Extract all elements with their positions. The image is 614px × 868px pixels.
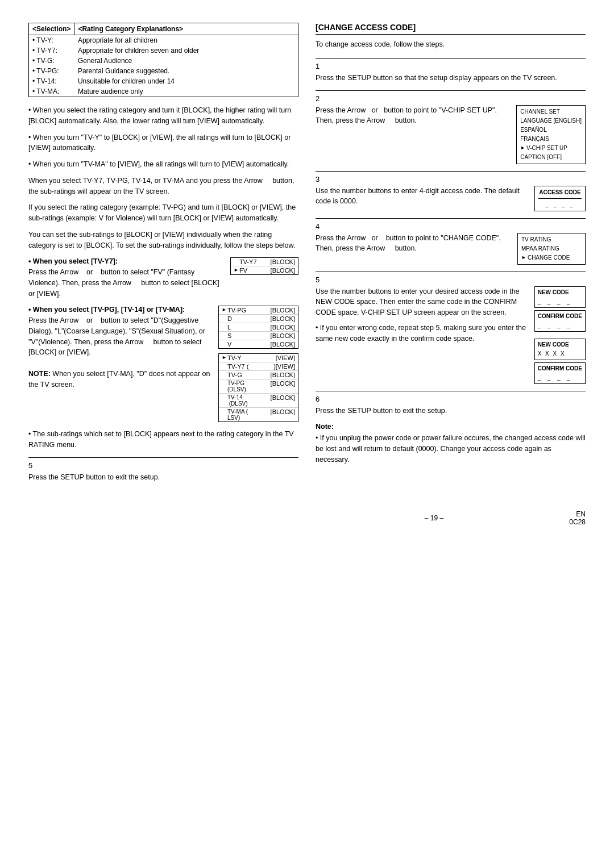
page-footer: – 19 – EN0C28	[28, 510, 586, 526]
table-row: • TV-Y7: Appropriate for children seven …	[29, 45, 298, 56]
table-row: • TV-14: Unsuitable for children under 1…	[29, 76, 298, 86]
left-column: <Selection> <Rating Category Explanation…	[28, 23, 298, 487]
step3-text: Use the number buttons to enter 4-digit …	[316, 186, 528, 207]
step5-left: 5 Press the SETUP button to exit the set…	[28, 457, 298, 483]
when-tvy7-label: • When you select [TV-Y7]:	[28, 257, 118, 265]
step3-block: 3 Use the number buttons to enter 4-digi…	[316, 171, 586, 211]
page-layout: <Selection> <Rating Category Explanation…	[28, 23, 586, 487]
step2-block: 2 Press the Arrow or button to point to …	[316, 90, 586, 164]
step4-block: 4 Press the Arrow or button to point to …	[316, 218, 586, 265]
step5-bullet: • If you enter wrong code, repeat step 5…	[316, 323, 529, 344]
step5-normal-new-code-box: NEW CODE _ _ _ _	[534, 286, 586, 308]
table-cell-selection: • TV-G:	[29, 56, 74, 66]
step5-left-text: Press the SETUP button to exit the setup…	[28, 472, 298, 483]
bullet-paragraph-3: • When you turn "TV-MA" to [VIEW], the a…	[28, 159, 298, 170]
page-number: – 19 –	[299, 514, 570, 522]
step5-wrong-new-code-box: NEW CODE X X X X	[534, 339, 586, 360]
table-row: • TV-MA: Mature audience only	[29, 86, 298, 97]
mini-table-tvpg: ► TV-PG [BLOCK] D [BLOCK] L [BLOCK]	[218, 306, 298, 349]
table-cell-explanation: Appropriate for all children	[74, 35, 298, 46]
new-code-value: _ _ _ _	[538, 297, 582, 306]
table-cell-explanation: Mature audience only	[74, 86, 298, 97]
table-cell-selection: • TV-14:	[29, 76, 74, 86]
menu-arrow-icon: ►	[520, 144, 525, 152]
wrong-confirm-code-value: _ _ _ _	[538, 373, 582, 382]
table-row: • TV-PG: Parental Guidance suggested.	[29, 66, 298, 76]
step4-text: Press the Arrow or button to point to "C…	[316, 233, 511, 254]
para-tvy7-tvpg: When you select TV-Y7, TV-PG, TV-14, or …	[28, 176, 298, 197]
step3-content: Use the number buttons to enter 4-digit …	[316, 186, 586, 211]
note-tvma: NOTE: When you select [TV-MA], "D" does …	[28, 370, 210, 389]
step2-screen: CHANNEL SET LANGUAGE [ENGLISH] ESPAÑOL F…	[516, 105, 586, 164]
when-tvpg-label: • When you select [TV-PG], [TV-14] or [T…	[28, 306, 185, 314]
en-code: EN0C28	[569, 510, 586, 526]
table-row: • TV-G: General Audience	[29, 56, 298, 66]
step5-main-text: Use the number buttons to enter your des…	[316, 286, 529, 318]
step5-boxes: NEW CODE _ _ _ _ CONFIRM CODE _ _ _ _ NE…	[534, 286, 586, 384]
wrong-new-code-value: X X X X	[538, 349, 582, 358]
rating-table: <Selection> <Rating Category Explanation…	[28, 23, 298, 97]
when-tvy7-section: • When you select [TV-Y7]: Press the Arr…	[28, 256, 225, 299]
bullet-paragraph-1: • When you select the rating category an…	[28, 105, 298, 127]
para-example: If you select the rating category (examp…	[28, 202, 298, 224]
table-cell-selection: • TV-Y7:	[29, 45, 74, 56]
when-tvpg-section: • When you select [TV-PG], [TV-14] or [T…	[28, 304, 213, 390]
wrong-new-code-label: NEW CODE	[538, 340, 582, 349]
para-individually: You can set the sub-ratings to [BLOCK] o…	[28, 229, 298, 251]
table-cell-explanation: Appropriate for children seven and older	[74, 45, 298, 56]
table-cell-selection: • TV-MA:	[29, 86, 74, 97]
step5-content: Use the number buttons to enter your des…	[316, 286, 586, 384]
step5-text-area: Use the number buttons to enter your des…	[316, 286, 529, 384]
table-cell-explanation: Unsuitable for children under 14	[74, 76, 298, 86]
step5-normal-confirm-code-box: CONFIRM CODE _ _ _ _	[534, 310, 586, 332]
table-header-explanations: <Rating Category Explanations>	[74, 23, 298, 35]
note-section: Note: • If you unplug the power code or …	[316, 423, 586, 465]
wrong-confirm-code-label: CONFIRM CODE	[538, 364, 582, 373]
table-cell-selection: • TV-PG:	[29, 66, 74, 76]
new-code-label: NEW CODE	[538, 288, 582, 297]
mini-table-tvy7: TV-Y7 [BLOCK] ► FV [BLOCK]	[230, 257, 298, 275]
table-row: • TV-Y: Appropriate for all children	[29, 35, 298, 46]
step6-number: 6	[316, 395, 586, 403]
step4-number: 4	[316, 222, 586, 231]
table-cell-explanation: General Audience	[74, 56, 298, 66]
step5-number: 5	[316, 276, 586, 284]
table-cell-selection: • TV-Y:	[29, 35, 74, 46]
sub-ratings-note: • The sub-ratings which set to [BLOCK] a…	[28, 429, 298, 450]
note-label: Note:	[316, 423, 586, 431]
step4-content: Press the Arrow or button to point to "C…	[316, 233, 586, 265]
step1-block: 1 Press the SETUP button so that the set…	[316, 58, 586, 84]
step6-text: Press the SETUP button to exit the setup…	[316, 406, 586, 416]
step2-text: Press the Arrow or button to point to "V…	[316, 105, 509, 127]
step3-number: 3	[316, 175, 586, 183]
step5-left-number: 5	[28, 461, 298, 470]
step1-number: 1	[316, 62, 586, 70]
mini-table-all-ratings: ► TV-Y [VIEW] TV-Y7 ( )[VIEW] TV-G [BLOC…	[218, 353, 298, 422]
table-cell-explanation: Parental Guidance suggested.	[74, 66, 298, 76]
step6-block: 6 Press the SETUP button to exit the set…	[316, 391, 586, 416]
table-header-selection: <Selection>	[29, 23, 74, 35]
access-code-label: ACCESS CODE	[538, 188, 582, 197]
step5-block: 5 Use the number buttons to enter your d…	[316, 272, 586, 384]
bullet-paragraph-2: • When you turn "TV-Y" to [BLOCK] or [VI…	[28, 132, 298, 154]
confirm-code-value: _ _ _ _	[538, 321, 582, 330]
right-column: [CHANGE ACCESS CODE] To change access co…	[316, 23, 586, 487]
step3-access-box: ACCESS CODE _ _ _ _	[534, 186, 586, 211]
confirm-code-label: CONFIRM CODE	[538, 312, 582, 321]
change-access-code-heading: [CHANGE ACCESS CODE]	[316, 23, 586, 35]
intro-text: To change access code, follow the steps.	[316, 39, 586, 50]
access-code-dashes: _ _ _ _	[538, 200, 582, 209]
step5-wrong-confirm-code-box: CONFIRM CODE _ _ _ _	[534, 362, 586, 384]
menu-arrow-icon: ►	[521, 253, 526, 261]
step1-text: Press the SETUP button so that the setup…	[316, 73, 586, 84]
step4-screen: TV RATING MPAA RATING ►CHANGE CODE	[517, 233, 586, 265]
step2-content: Press the Arrow or button to point to "V…	[316, 105, 586, 164]
step2-number: 2	[316, 94, 586, 103]
note-text: • If you unplug the power code or power …	[316, 433, 586, 465]
step1-content: Press the SETUP button so that the setup…	[316, 73, 586, 84]
